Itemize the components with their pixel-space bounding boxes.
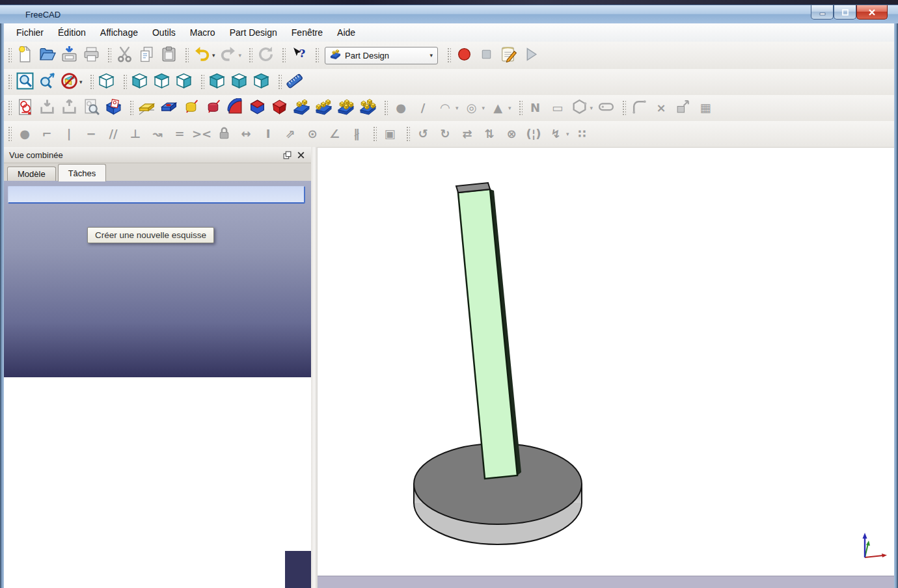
chamfer-button[interactable] (246, 97, 268, 119)
view-right-button[interactable] (173, 71, 195, 93)
toolbar-handle[interactable] (7, 100, 12, 116)
toolbar-handle[interactable] (200, 74, 204, 90)
view-rear-button[interactable] (206, 71, 228, 93)
toolbar-handle[interactable] (621, 100, 626, 116)
constraint-vertical-distance-button[interactable]: I (257, 123, 279, 145)
view-axonometric-button[interactable] (96, 71, 118, 93)
view-bottom-button[interactable] (228, 71, 251, 93)
constraint-point-on-object-button[interactable]: ⌐ (36, 123, 58, 145)
create-circle-button[interactable]: ◎ (461, 97, 483, 119)
view-front-button[interactable] (129, 71, 151, 93)
constraint-tangent-button[interactable]: ↝ (146, 123, 169, 145)
toolbar-handle[interactable] (281, 47, 286, 64)
dropdown-arrow-icon[interactable]: ▾ (239, 52, 242, 59)
toolbar-handle[interactable] (383, 100, 388, 116)
constraint-vertical-button[interactable]: | (58, 123, 80, 145)
close-button[interactable] (856, 5, 888, 20)
external-geometry-button[interactable] (672, 97, 694, 119)
macro-stop-button[interactable] (475, 44, 497, 66)
mirrored-button[interactable] (290, 97, 312, 119)
groove-button[interactable] (202, 97, 224, 119)
redo-button[interactable] (217, 44, 239, 66)
menu-fichier[interactable]: Fichier (9, 24, 51, 41)
toolbar-handle[interactable] (184, 47, 189, 64)
menu-affichage[interactable]: Affichage (93, 24, 145, 41)
fit-all-button[interactable] (14, 71, 36, 93)
carbon-copy-button[interactable]: ▦ (694, 97, 716, 119)
toolbar-handle[interactable] (248, 47, 252, 64)
sketcher-tool-2-button[interactable]: ↻ (434, 123, 456, 145)
create-rectangle-button[interactable]: ▭ (547, 97, 569, 119)
sketcher-tool-6-button[interactable]: (¦) (523, 123, 545, 145)
tab-modele[interactable]: Modèle (7, 167, 56, 181)
close-panel-button[interactable] (296, 150, 306, 160)
toolbar-handle[interactable] (372, 126, 377, 142)
revolution-button[interactable] (180, 97, 202, 119)
import-sketch-button[interactable] (36, 97, 58, 119)
constraint-horizontal-button[interactable]: − (80, 123, 102, 145)
maximize-button[interactable] (834, 5, 856, 20)
constraint-radius-button[interactable]: ⊙ (301, 123, 323, 145)
constraint-angle-button[interactable]: ∠ (323, 123, 346, 145)
dropdown-arrow-icon[interactable]: ▾ (79, 79, 83, 85)
linear-pattern-button[interactable] (312, 97, 334, 119)
sketcher-tool-1-button[interactable]: ↺ (412, 123, 434, 145)
float-panel-button[interactable] (282, 150, 292, 160)
constraint-refraction-button[interactable]: ∦ (346, 123, 368, 145)
pad-button[interactable] (135, 97, 157, 119)
sketcher-tool-5-button[interactable]: ⊗ (500, 123, 523, 145)
create-polygon-button[interactable] (569, 97, 591, 119)
menu-aide[interactable]: Aide (330, 24, 362, 41)
create-slot-button[interactable] (595, 97, 617, 119)
menu-outils[interactable]: Outils (145, 24, 183, 41)
constraint-equal-button[interactable]: = (169, 123, 191, 145)
dropdown-arrow-icon[interactable]: ▾ (508, 105, 511, 111)
cut-button[interactable] (113, 44, 135, 66)
dropdown-arrow-icon[interactable]: ▾ (456, 105, 459, 111)
menu-macro[interactable]: Macro (183, 24, 223, 41)
toolbar-handle[interactable] (129, 100, 133, 116)
copy-button[interactable] (135, 44, 157, 66)
view-sketch-button[interactable] (80, 97, 102, 119)
dropdown-arrow-icon[interactable]: ▾ (482, 105, 485, 111)
fillet-button[interactable] (224, 97, 246, 119)
constraint-perpendicular-button[interactable]: ⊥ (124, 123, 146, 145)
new-file-button[interactable] (14, 44, 36, 66)
sketcher-tool-3-button[interactable]: ⇄ (456, 123, 478, 145)
refresh-button[interactable] (254, 44, 277, 66)
toolbar-handle[interactable] (446, 47, 451, 64)
minimize-button[interactable] (811, 5, 834, 20)
macro-record-button[interactable] (453, 44, 475, 66)
view-top-button[interactable] (151, 71, 173, 93)
new-sketch-button[interactable] (14, 97, 36, 119)
3d-viewport[interactable] (318, 147, 894, 576)
zoom-selection-button[interactable] (36, 71, 58, 93)
create-polyline-button[interactable]: N (524, 97, 547, 119)
toolbar-handle[interactable] (277, 74, 282, 90)
tab-taches[interactable]: Tâches (58, 164, 107, 181)
constraint-coincident-button[interactable]: ● (14, 123, 36, 145)
toolbar-handle[interactable] (518, 100, 523, 116)
constraint-lock-button[interactable] (213, 123, 235, 145)
constraint-symmetric-button[interactable]: >< (191, 123, 213, 145)
export-sketch-button[interactable] (58, 97, 80, 119)
print-button[interactable] (80, 44, 102, 66)
dropdown-arrow-icon[interactable]: ▾ (566, 131, 569, 137)
draft-button[interactable] (268, 97, 290, 119)
menu-edition[interactable]: Édition (51, 24, 93, 41)
create-point-button[interactable]: ● (390, 97, 412, 119)
undo-button[interactable] (191, 44, 213, 66)
panel-splitter[interactable] (311, 147, 318, 588)
macro-execute-button[interactable] (519, 44, 541, 66)
toolbar-handle[interactable] (7, 126, 12, 142)
measure-distance-button[interactable] (284, 71, 306, 93)
save-file-button[interactable] (58, 44, 80, 66)
toggle-construction-button[interactable]: ▣ (379, 123, 401, 145)
view-left-button[interactable] (251, 71, 273, 93)
sketcher-tool-7-button[interactable]: ↯ (545, 123, 567, 145)
sketcher-tool-4-button[interactable]: ⇅ (478, 123, 500, 145)
constraint-distance-button[interactable]: ⇗ (279, 123, 301, 145)
dropdown-arrow-icon[interactable]: ▾ (212, 52, 215, 59)
create-conic-button[interactable]: ▲ (487, 97, 509, 119)
menu-part-design[interactable]: Part Design (223, 24, 284, 41)
